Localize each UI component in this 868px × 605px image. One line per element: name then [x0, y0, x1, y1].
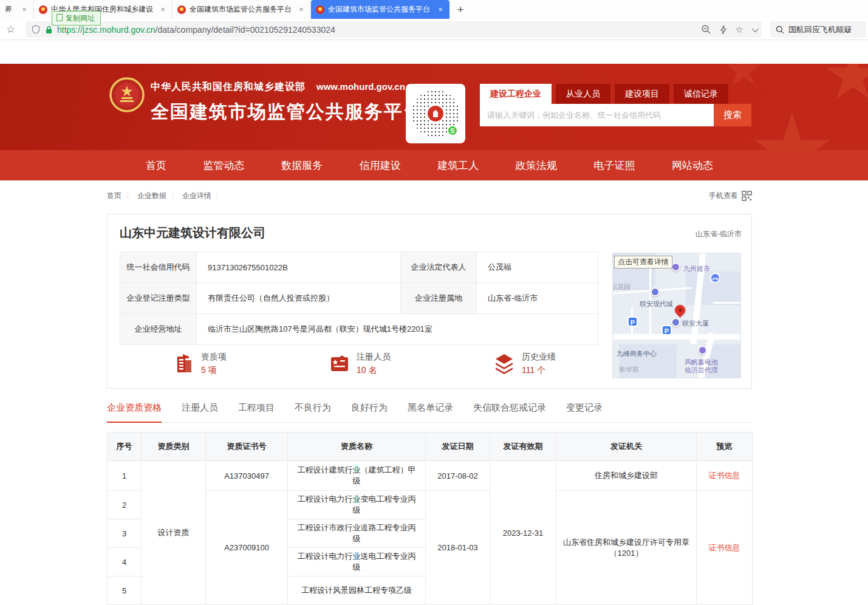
nav-item-workers[interactable]: 建筑工人 — [437, 159, 479, 173]
qualification-table: 序号 资质类别 资质证书号 资质名称 发证日期 发证有效期 发证机关 预览 1 … — [107, 432, 753, 605]
cell-authority: 住房和城乡建设部 — [556, 461, 697, 491]
chevron-right-icon: 〉 — [126, 191, 133, 201]
favorite-star-icon[interactable]: ☆ — [736, 24, 743, 35]
layers-icon — [493, 353, 516, 375]
stat-label: 注册人员 — [357, 352, 391, 363]
certificate-info-link[interactable]: 证书信息 — [709, 543, 740, 552]
nav-item-supervision[interactable]: 监管动态 — [203, 159, 245, 173]
breadcrumb-company-data[interactable]: 企业数据 — [137, 191, 166, 201]
company-name: 山东中元建筑设计有限公司 — [120, 225, 265, 241]
site-favicon-icon — [177, 5, 186, 14]
stat-label: 资质项 — [201, 352, 227, 363]
flag-star-decoration — [753, 112, 832, 150]
url-origin: https://jzsc.mohurd.gov.cn — [57, 25, 155, 35]
field-label: 统一社会信用代码 — [120, 252, 197, 283]
cell-no: 4 — [108, 548, 142, 576]
url-path: /data/company/detail?id=0021052912405330… — [155, 25, 335, 35]
stat-registered-personnel[interactable]: 注册人员10 名 — [329, 352, 391, 376]
site-favicon-icon — [39, 5, 47, 14]
address-bar[interactable]: https://jzsc.mohurd.gov.cn /data/company… — [26, 21, 762, 38]
poi-label: 联安现代城 — [640, 299, 673, 309]
hot-search-box[interactable]: 国航回应飞机颠簸 — [770, 21, 866, 38]
cell-authority: 山东省住房和城乡建设厅许可专用章（1201） — [556, 491, 697, 605]
copy-url-tooltip[interactable]: 复制网址 — [52, 11, 101, 26]
copy-url-label: 复制网址 — [66, 13, 95, 24]
poi-label: 九州超市 — [683, 264, 710, 273]
building-icon — [173, 353, 195, 375]
poi-label: 临沂总代理 — [685, 366, 718, 375]
keyword-search-input[interactable] — [480, 104, 714, 126]
company-stats: 资质项5 项 注册人员10 名 历史业绩111 个 — [120, 352, 598, 383]
national-emblem-icon — [109, 77, 145, 112]
nav-item-home[interactable]: 首页 — [146, 159, 166, 173]
certificate-info-link[interactable]: 证书信息 — [709, 471, 740, 480]
page: 界 × 中华人民共和国住房和城乡建设 × 全国建筑市场监管公共服务平台 × 全国… — [0, 0, 868, 605]
platform-title: 全国建筑市场监管公共服务平台 — [151, 100, 423, 125]
col-header: 资质类别 — [142, 432, 206, 461]
poi-marker-icon — [671, 262, 680, 272]
stat-label: 历史业绩 — [522, 352, 556, 363]
new-tab-button[interactable]: + — [449, 0, 471, 19]
company-info-table: 统一社会信用代码 91371302675501022B 企业法定代表人 公茂福 … — [120, 251, 598, 345]
table-header-row: 序号 资质类别 资质证书号 资质名称 发证日期 发证有效期 发证机关 预览 — [108, 432, 753, 461]
search-icon — [776, 26, 784, 34]
search-tab-project[interactable]: 建设项目 — [615, 84, 669, 104]
browser-tab-jzsc-active[interactable]: 全国建筑市场监管公共服务平台 × — [311, 0, 449, 19]
tab-bad-behavior[interactable]: 不良行为 — [295, 402, 331, 422]
col-header: 发证日期 — [426, 432, 490, 461]
table-row: 1 设计资质 A137030497 工程设计建筑行业（建筑工程）甲级 2017-… — [108, 461, 753, 491]
nav-item-site-news[interactable]: 网站动态 — [672, 159, 713, 173]
poi-label: 九峰商务中心 — [617, 349, 657, 358]
company-panel: 山东中元建筑设计有限公司 山东省-临沂市 统一社会信用代码 9137130267… — [107, 214, 752, 389]
tab-projects[interactable]: 工程项目 — [238, 402, 275, 422]
qr-code-small-icon — [742, 191, 752, 201]
location-map[interactable]: 点击可查看详情 九州超市 ATM 纪花园 联安现代城 联安大厦 P P 九峰商务… — [612, 253, 741, 378]
bookmark-star-icon[interactable]: ☆ — [6, 23, 15, 36]
tab-good-behavior[interactable]: 良好行为 — [351, 402, 388, 422]
cell-no: 5 — [108, 576, 142, 605]
close-icon[interactable]: × — [436, 5, 445, 14]
cell-no: 1 — [108, 461, 142, 491]
qr-code-icon: S — [412, 90, 459, 137]
company-location-pin-icon[interactable] — [672, 302, 687, 317]
reg-place-value: 山东省-临沂市 — [477, 283, 598, 314]
search-tab-credit[interactable]: 诚信记录 — [674, 84, 728, 104]
stat-historical-performance[interactable]: 历史业绩111 个 — [493, 352, 556, 376]
search-tab-enterprise[interactable]: 建设工程企业 — [480, 84, 552, 104]
close-icon[interactable]: × — [20, 5, 29, 14]
wechat-icon: S — [447, 125, 458, 136]
nav-item-credit[interactable]: 信用建设 — [360, 159, 401, 173]
tab-registered-personnel[interactable]: 注册人员 — [182, 402, 218, 422]
stat-qualifications[interactable]: 资质项5 项 — [173, 352, 227, 376]
ministry-url: www.mohurd.gov.cn — [316, 81, 405, 92]
browser-tab-stub[interactable]: 界 × — [0, 0, 34, 19]
cell-cert-no: A137030497 — [206, 461, 288, 491]
tab-change-records[interactable]: 变更记录 — [566, 402, 603, 422]
nav-item-policy[interactable]: 政策法规 — [516, 159, 557, 173]
cell-qual-name: 工程设计建筑行业（建筑工程）甲级 — [288, 461, 426, 491]
nav-item-data-service[interactable]: 数据服务 — [281, 159, 323, 173]
close-icon[interactable]: × — [297, 5, 306, 14]
tab-dishonesty-records[interactable]: 失信联合惩戒记录 — [473, 402, 546, 422]
shield-icon[interactable] — [32, 25, 40, 34]
lightning-icon[interactable] — [720, 25, 727, 35]
chevron-down-icon[interactable] — [752, 25, 759, 32]
search-tab-personnel[interactable]: 从业人员 — [556, 84, 610, 104]
search-button[interactable]: 搜索 — [714, 104, 751, 126]
browser-tab-jzsc-1[interactable]: 全国建筑市场监管公共服务平台 × — [173, 0, 311, 19]
parking-icon: P — [661, 325, 672, 335]
tab-blacklist[interactable]: 黑名单记录 — [408, 402, 453, 422]
zoom-out-icon[interactable] — [701, 24, 711, 35]
cell-issue-date: 2018-01-03 — [426, 491, 490, 605]
tab-qualifications[interactable]: 企业资质资格 — [107, 402, 162, 423]
reg-type-value: 有限责任公司（自然人投资或控股） — [197, 283, 401, 314]
poi-marker-icon — [698, 346, 707, 355]
qr-center-logo-icon — [426, 104, 445, 123]
breadcrumb-company-detail[interactable]: 企业详情 — [182, 191, 211, 201]
stat-value: 10 名 — [357, 365, 391, 376]
mobile-view-button[interactable]: 手机查看 — [709, 191, 752, 201]
close-icon[interactable]: × — [159, 5, 167, 14]
nav-item-e-license[interactable]: 电子证照 — [593, 159, 635, 173]
browser-toolbar: ☆ https://jzsc.mohurd.gov.cn /data/compa… — [0, 19, 868, 40]
breadcrumb-home[interactable]: 首页 — [107, 191, 121, 201]
